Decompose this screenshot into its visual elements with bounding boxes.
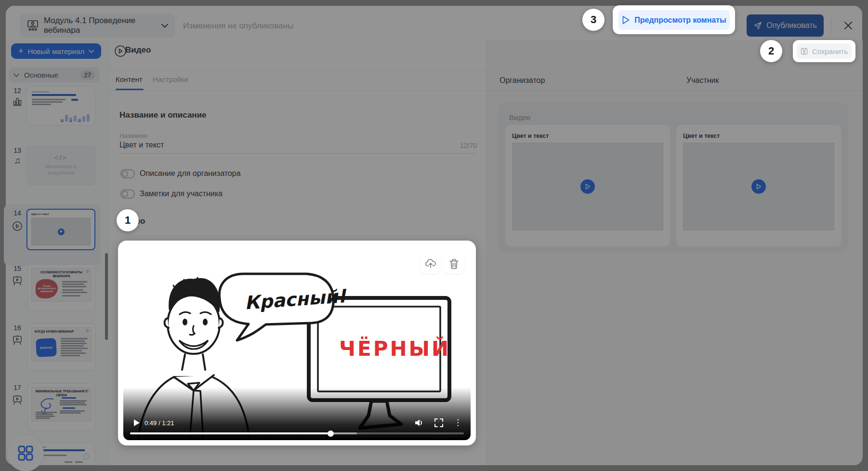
save-button-spotlight: Сохранить [793, 40, 855, 62]
video-progress-bar[interactable] [130, 432, 464, 434]
progress-played [130, 432, 330, 434]
trash-icon [449, 259, 459, 269]
callout-2: 2 [760, 40, 782, 62]
app-window: Модуль 4.1 Проведение вебинара Изменения… [0, 0, 868, 471]
video-time: 0:49 / 1:21 [145, 419, 174, 427]
floppy-icon [801, 48, 808, 55]
cloud-upload-icon [425, 259, 436, 269]
callout-1: 1 [117, 209, 139, 231]
video-player[interactable]: Красный! ЧЁРНЫЙ [123, 246, 471, 440]
preview-button-spotlight: Предпросмотр комнаты [613, 5, 735, 34]
video-controls: 0:49 / 1:21 ⋮ [123, 416, 471, 430]
volume-icon[interactable] [414, 418, 424, 427]
video-play-button[interactable] [134, 419, 140, 426]
video-player-card: Красный! ЧЁРНЫЙ [118, 241, 476, 445]
play-outline-icon [622, 15, 630, 25]
progress-knob[interactable] [328, 431, 334, 437]
save-button[interactable]: Сохранить [797, 43, 852, 59]
callout-3: 3 [582, 9, 605, 31]
upload-video-button[interactable] [421, 254, 441, 274]
kebab-menu-icon[interactable]: ⋮ [454, 419, 462, 426]
room-preview-button[interactable]: Предпросмотр комнаты [618, 10, 730, 30]
fullscreen-icon[interactable] [434, 418, 443, 427]
screen-text: ЧЁРНЫЙ [339, 336, 450, 361]
delete-video-button[interactable] [444, 254, 464, 274]
